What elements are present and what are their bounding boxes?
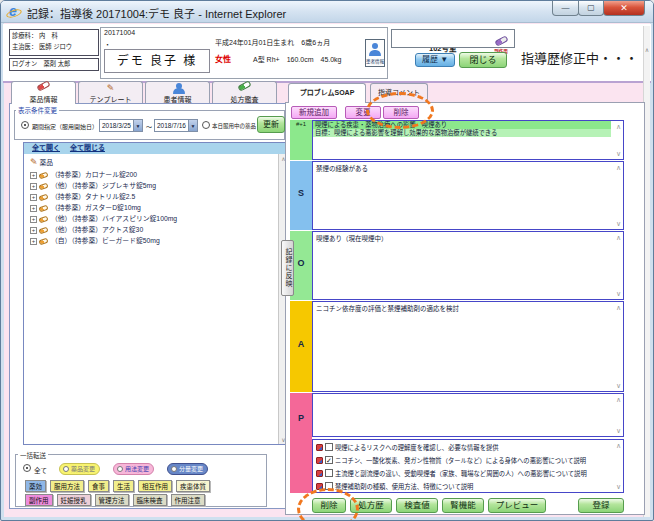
tag-interaction[interactable]: 相互作用 [138, 480, 172, 492]
update-button[interactable]: 更新 [257, 116, 285, 133]
checklist-item[interactable]: 主流煙と副流煙の違い、受動喫煙者（家族、職場など周囲の人）への悪影響について説明 [316, 467, 611, 479]
range-tilde: ～ [146, 122, 152, 131]
scroll-up-icon[interactable]: ∧ [616, 396, 621, 403]
scroll-up-icon[interactable]: ∧ [616, 442, 621, 449]
tab-label: 患者情報 [164, 96, 192, 103]
soap-row-a[interactable]: A ニコチン依存度の評価と禁煙補助剤の適応を検討 ∧ ∨ [290, 301, 624, 392]
tag-usage-caution[interactable]: 作用注意 [171, 494, 205, 506]
lab-values-button[interactable]: 検査値 [396, 498, 438, 513]
tab-drug-info[interactable]: 薬品情報 [11, 81, 76, 104]
expand-icon[interactable]: + [30, 183, 37, 190]
scroll-up-icon[interactable]: ∧ [616, 123, 621, 130]
collapse-all-link[interactable]: 全て閉じる [70, 144, 105, 151]
soap-a-text[interactable]: ニコチン依存度の評価と禁煙補助剤の適応を検討 ∧ ∨ [312, 301, 624, 392]
history-button[interactable]: 履歴 ▼ [415, 53, 455, 67]
soap-letter-s: S [290, 161, 312, 198]
soap-row-p[interactable]: P ∧ ∨ 喫煙によるリスクへの理解度を確認し、必要な情報を提供 ✓ ニコチン、… [290, 393, 624, 493]
today-radio[interactable] [202, 121, 210, 129]
soap-o-text[interactable]: 喫煙あり（現在喫煙中） ∧ ∨ [312, 231, 624, 300]
tree-item[interactable]: +（他）（持参薬）バイアスピリン錠100mg [30, 213, 177, 223]
patient-info-button[interactable]: 患者情報 [365, 39, 385, 67]
tab-patient-info[interactable]: 患者情報 [145, 81, 210, 103]
drug-change-radio[interactable]: 薬品変更 [59, 463, 100, 475]
tag-side-effect[interactable]: 副作用 [25, 494, 53, 506]
scroll-up-icon[interactable]: ∧ [644, 46, 650, 53]
doctor-line: 主治医： 医師 ジロウ [12, 42, 96, 53]
tab-problem-soap[interactable]: プロブレムSOAP [288, 83, 366, 103]
expand-icon[interactable]: + [30, 227, 37, 234]
capsule-icon [494, 35, 508, 46]
tree-item[interactable]: +（持参薬）タナトリル錠2.5 [30, 191, 135, 201]
expand-all-link[interactable]: 全て開く [32, 144, 60, 151]
patient-header: 診療科： 内 科 主治医： 医師 ジロウ ログオン 薬剤 太郎 20171004… [3, 24, 651, 81]
tag-pregnancy-nursing[interactable]: 妊娠授乳 [57, 494, 91, 506]
side-effect-button[interactable]: 副作用 [490, 30, 512, 54]
expand-icon[interactable]: + [30, 205, 37, 212]
add-new-button[interactable]: 新規追加 [291, 106, 337, 119]
checklist-item[interactable]: 禁煙補助剤の種類、使用方法、特徴について説明 [316, 480, 611, 492]
soap-s-text[interactable]: 禁煙の経験がある ∧ ∨ [312, 161, 624, 230]
renal-function-button[interactable]: 腎機能 [442, 498, 484, 513]
scroll-up-icon[interactable]: ∧ [616, 164, 621, 171]
tag-disease-constitution[interactable]: 疾患体質 [176, 480, 210, 492]
tree-item[interactable]: +（他）（持参薬）アクトス錠30 [30, 224, 143, 234]
expand-icon[interactable]: + [30, 216, 37, 223]
tag-lifestyle[interactable]: 生活 [113, 480, 134, 492]
soap-row-o[interactable]: O 喫煙あり（現在喫煙中） ∧ ∨ [290, 231, 624, 300]
checkbox[interactable]: ✓ [325, 456, 333, 464]
date-to-select[interactable]: 2018/7/16 ▼ [154, 119, 198, 132]
scroll-down-icon[interactable]: ∨ [616, 483, 621, 490]
problem-box[interactable]: 喫煙による疾患・薬物治療への影響 喫煙あり 目標：喫煙による悪影響を理解し効果的… [312, 120, 624, 160]
title-bar[interactable]: e 記録：指導後 20171004:デモ 良子 - Internet Explo… [1, 1, 653, 23]
tree-item[interactable]: +（自）（持参薬）ビーガード錠50mg [30, 235, 160, 245]
minimize-button[interactable]: — [552, 1, 579, 16]
close-button[interactable]: 閉じる [459, 52, 507, 68]
close-window-button[interactable]: ✕ [603, 1, 645, 16]
tree-item[interactable]: +（他）（持参薬）ジプレキサ錠5mg [30, 180, 156, 190]
chevron-down-icon[interactable]: ▼ [133, 120, 142, 131]
period-radio-label[interactable]: 期間指定（服用開始日） [32, 122, 98, 131]
scroll-down-icon[interactable]: ∨ [616, 427, 621, 434]
patient-name: デモ 良子 様 [104, 49, 210, 73]
tree-root[interactable]: ✎ 薬品 [30, 157, 53, 167]
scroll-down-icon[interactable]: ∨ [616, 220, 621, 227]
tag-dosage-method[interactable]: 服用方法 [50, 480, 84, 492]
scroll-down-icon[interactable]: ∨ [616, 290, 621, 297]
expand-icon[interactable]: + [30, 172, 37, 179]
maximize-button[interactable]: ▢ [578, 1, 604, 16]
expand-icon[interactable]: + [30, 194, 37, 201]
period-radio[interactable] [21, 121, 29, 129]
tag-efficacy[interactable]: 薬効 [25, 480, 46, 492]
batch-all-label[interactable]: 全て [34, 465, 47, 475]
scroll-up-icon[interactable]: ∧ [616, 234, 621, 241]
preview-button[interactable]: プレビュー [488, 498, 546, 513]
scroll-up-icon[interactable]: ∧ [616, 304, 621, 311]
guidance-item-icon [316, 470, 323, 477]
date-from-select[interactable]: 2018/3/25 ▼ [99, 119, 143, 132]
checkbox[interactable] [325, 443, 333, 451]
today-radio-label[interactable]: 本日服用中の薬品 [212, 122, 256, 130]
tag-management[interactable]: 管理方法 [95, 494, 129, 506]
usage-change-radio[interactable]: 用法変更 [113, 463, 154, 475]
tab-template[interactable]: ✎ テンプレート [78, 81, 143, 103]
dose-change-radio[interactable]: 分量変更 [167, 463, 208, 475]
soap-p-text[interactable]: ∧ ∨ [312, 393, 624, 437]
soap-row-s[interactable]: S 禁煙の経験がある ∧ ∨ [290, 161, 624, 230]
tag-lab-test[interactable]: 臨床検査 [133, 494, 167, 506]
checkbox[interactable] [325, 469, 333, 477]
scroll-down-icon[interactable]: ∨ [616, 382, 621, 389]
checklist-item[interactable]: 喫煙によるリスクへの理解度を確認し、必要な情報を提供 [316, 441, 611, 453]
tag-meal[interactable]: 食事 [88, 480, 109, 492]
tree-header: 全て開く 全て閉じる [24, 143, 288, 154]
batch-all-radio[interactable] [23, 464, 31, 472]
tree-item[interactable]: +（持参薬）ガスターD錠10mg [30, 202, 141, 212]
expand-icon[interactable]: + [30, 238, 37, 245]
tab-prescription-audit[interactable]: 処方鑑査 [212, 81, 277, 103]
scroll-down-icon[interactable]: ∨ [616, 150, 621, 157]
problem-row[interactable]: #+1 喫煙による疾患・薬物治療への影響 喫煙あり 目標：喫煙による悪影響を理解… [290, 120, 624, 160]
tree-item[interactable]: +（持参薬）カロナール錠200 [30, 169, 137, 179]
reflect-to-record-button[interactable]: 記録に反映 [281, 240, 294, 296]
checklist-item[interactable]: ✓ ニコチン、一酸化炭素、発ガン性物質（タールなど）による身体への悪影響について… [316, 454, 611, 466]
chevron-down-icon[interactable]: ▼ [188, 120, 197, 131]
register-button[interactable]: 登録 [578, 498, 624, 513]
